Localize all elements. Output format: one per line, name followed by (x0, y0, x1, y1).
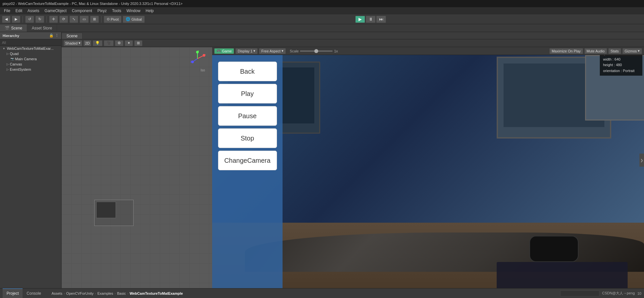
tree-item-eventsystem[interactable]: ▷ EventSystem (0, 67, 61, 72)
scene-view-tab[interactable]: Scene (62, 33, 83, 39)
hierarchy-search-input[interactable] (0, 39, 61, 46)
axis-y-label: Y (198, 50, 200, 52)
gizmos-btn[interactable]: Gizmos ▾ (622, 48, 642, 54)
breadcrumb-webcam[interactable]: WebCamTextureToMatExample (130, 291, 183, 295)
scene-grid-btn[interactable]: ⊞ (134, 40, 142, 46)
step-btn[interactable]: ⏭ (376, 16, 386, 23)
game-viewport: 🎮 Game Display 1 ▾ Free Aspect ▾ Scale (212, 47, 644, 288)
pause-game-button[interactable]: Pause (218, 106, 277, 126)
pivot-btn[interactable]: ⊙ Pivot (104, 16, 121, 23)
breadcrumb: Assets › OpenCVForUnity › Examples › Bas… (51, 291, 183, 295)
toolbar-back-btn[interactable]: ◀ (2, 16, 10, 23)
tree-item-root[interactable]: ▼ WebCamTextureToMatExar... (0, 46, 61, 51)
project-tab-label: Project (7, 291, 19, 296)
global-btn[interactable]: 🌐 Global (123, 16, 145, 23)
display-dropdown[interactable]: Display 1 ▾ (235, 48, 258, 54)
vr-headset (529, 236, 579, 262)
mute-btn[interactable]: Mute Audio (584, 48, 607, 54)
shaded-label: Shaded (65, 41, 78, 45)
tab-asset-store[interactable]: Asset Store (27, 24, 57, 32)
pause-btn[interactable]: ⏸ (366, 16, 376, 23)
right-collapse-btn[interactable]: ❯ (639, 154, 644, 167)
menu-window[interactable]: Window (124, 8, 143, 14)
breadcrumb-basic[interactable]: Basic (117, 291, 126, 295)
aspect-dropdown[interactable]: Free Aspect ▾ (259, 48, 286, 54)
bottom-search-input[interactable] (560, 290, 599, 296)
change-camera-button[interactable]: ChangeCamera (218, 151, 277, 170)
toolbar-move-btn[interactable]: ✛ (49, 16, 58, 23)
maximize-btn[interactable]: Maximize On Play (549, 48, 583, 54)
toolbar-scale-btn[interactable]: ⤡ (69, 16, 78, 23)
game-tab-label: Game (222, 49, 232, 53)
eventsystem-icon: ▷ (7, 68, 9, 71)
scene-fx-btn[interactable]: ✦ (125, 40, 133, 46)
scene-light-btn[interactable]: 💡 (93, 40, 102, 46)
menu-tools[interactable]: Tools (109, 8, 124, 14)
tab-scene[interactable]: 🎬 Scene (0, 24, 27, 32)
menu-file[interactable]: File (1, 8, 13, 14)
hierarchy-more-icon[interactable]: ⋮ (55, 33, 59, 38)
scene-content: X Y Z Iso (62, 47, 644, 288)
camera-icon: 📷 (10, 57, 14, 61)
play-game-button[interactable]: Play (218, 84, 277, 103)
menu-edit[interactable]: Edit (13, 8, 25, 14)
menu-assets[interactable]: Assets (25, 8, 42, 14)
toolbar-sep1 (23, 16, 23, 23)
scene-cam-btn[interactable]: 🎥 (104, 40, 114, 46)
tree-item-quad[interactable]: ▷ Quad (0, 51, 61, 56)
twod-dropdown[interactable]: 2D (83, 40, 91, 46)
change-camera-label: ChangeCamera (224, 157, 270, 164)
toolbar-redo-btn[interactable]: ↻ (35, 16, 44, 23)
breadcrumb-assets[interactable]: Assets (51, 291, 62, 295)
pause-btn-label: Pause (238, 112, 257, 120)
bottom-tab-project[interactable]: Project (3, 289, 23, 298)
stop-button[interactable]: Stop (218, 128, 277, 148)
breadcrumb-sep2: › (95, 291, 96, 295)
center-area: Scene Shaded ▾ 2D 💡 🎥 ⚙ ✦ ⊞ (62, 32, 644, 288)
menu-component[interactable]: Component (69, 8, 95, 14)
tree-item-maincamera[interactable]: 📷 Main Camera (0, 56, 61, 62)
tree-item-canvas[interactable]: ▷ Canvas (0, 62, 61, 67)
toolbar-custom-btn[interactable]: ⊞ (90, 16, 99, 23)
scene-grid: X Y Z Iso (62, 47, 212, 288)
game-right-buttons: Maximize On Play Mute Audio Stats Gizmos… (549, 48, 642, 54)
hierarchy-panel: Hierarchy 🔒 ⋮ ▼ WebCamTextureToMatExar..… (0, 32, 62, 288)
display-label: Display 1 (238, 49, 252, 53)
breadcrumb-examples[interactable]: Examples (98, 291, 113, 295)
scene-viewport[interactable]: X Y Z Iso (62, 47, 212, 288)
scale-label: Scale (290, 49, 299, 53)
menu-pixyz[interactable]: Pixyz (95, 8, 109, 14)
menu-help[interactable]: Help (143, 8, 156, 14)
bottom-bar: Project Console Assets › OpenCVForUnity … (0, 288, 644, 298)
toolbar-rect-btn[interactable]: ▭ (80, 16, 89, 23)
stats-btn[interactable]: Stats (608, 48, 621, 54)
toolbar-undo-btn[interactable]: ↺ (25, 16, 34, 23)
hierarchy-lock-icon[interactable]: 🔒 (49, 33, 54, 38)
breadcrumb-sep3: › (115, 291, 116, 295)
scene-object (94, 200, 134, 226)
stop-btn-label: Stop (241, 135, 254, 142)
bottom-tab-console[interactable]: Console (23, 289, 45, 298)
scene-gizmos-btn[interactable]: ⚙ (115, 40, 123, 46)
hierarchy-header-icons: 🔒 ⋮ (49, 33, 59, 38)
main-layout: Hierarchy 🔒 ⋮ ▼ WebCamTextureToMatExar..… (0, 32, 644, 288)
breadcrumb-opencv[interactable]: OpenCVForUnity (66, 291, 94, 295)
breadcrumb-sep4: › (127, 291, 128, 295)
title-text: pixyz02 - WebCamTextureToMatExample - PC… (3, 2, 182, 6)
toolbar-fwd-btn[interactable]: ▶ (12, 16, 20, 23)
back-button[interactable]: Back (218, 62, 277, 81)
game-toolbar: 🎮 Game Display 1 ▾ Free Aspect ▾ Scale (212, 47, 644, 55)
scale-slider[interactable] (300, 50, 333, 52)
aspect-label: Free Aspect (261, 49, 281, 53)
bottom-right-text: CSDN@大人→peng (602, 291, 635, 296)
toolbar-rotate-btn[interactable]: ⟳ (59, 16, 68, 23)
stats-orientation: orientation : Portrait (603, 68, 639, 74)
axis-z-label: Z (190, 60, 192, 63)
back-btn-label: Back (240, 68, 254, 75)
right-collapse-icon: ❯ (640, 158, 643, 162)
play-btn[interactable]: ▶ (355, 16, 365, 23)
game-tab-active[interactable]: 🎮 Game (214, 48, 234, 54)
pivot-icon: ⊙ (107, 17, 110, 21)
menu-gameobject[interactable]: GameObject (42, 8, 69, 14)
shaded-dropdown[interactable]: Shaded ▾ (64, 40, 82, 46)
